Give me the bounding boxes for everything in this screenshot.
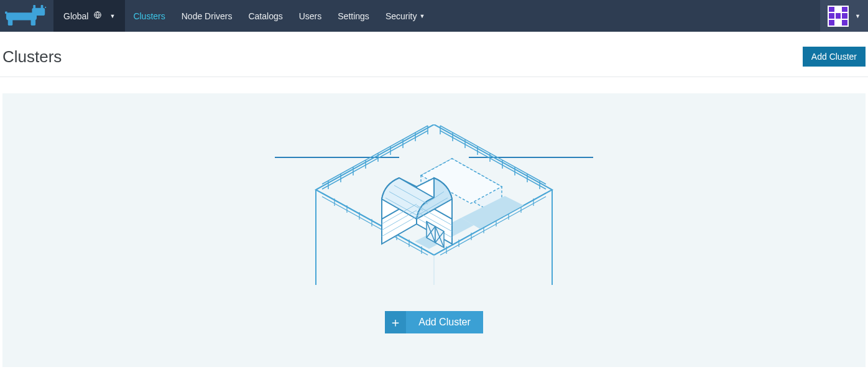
user-menu[interactable]: ▼ xyxy=(820,0,868,32)
button-label: Add Cluster xyxy=(811,52,857,62)
svg-rect-4 xyxy=(31,19,36,25)
nav-item-label: Node Drivers xyxy=(182,11,233,21)
nav-item-label: Users xyxy=(299,11,322,21)
nav-item-catalogs[interactable]: Catalogs xyxy=(240,0,290,32)
nav-item-label: Settings xyxy=(338,11,369,21)
svg-rect-6 xyxy=(5,11,7,14)
empty-state: ＋ Add Cluster xyxy=(2,93,866,367)
chevron-down-icon: ▼ xyxy=(109,13,115,19)
top-nav: Global ▼ Clusters Node Drivers Catalogs … xyxy=(0,0,868,32)
plus-icon: ＋ xyxy=(385,311,406,333)
add-cluster-button[interactable]: Add Cluster xyxy=(803,47,866,67)
svg-rect-5 xyxy=(8,19,13,25)
button-label: Add Cluster xyxy=(406,311,483,333)
context-label: Global xyxy=(63,11,88,21)
brand-logo[interactable] xyxy=(2,0,53,32)
empty-state-illustration xyxy=(275,124,593,286)
nav-item-label: Security xyxy=(386,11,417,21)
nav-item-label: Clusters xyxy=(133,11,165,21)
nav-item-security[interactable]: Security ▼ xyxy=(377,0,433,32)
nav-item-node-drivers[interactable]: Node Drivers xyxy=(173,0,241,32)
nav-item-label: Catalogs xyxy=(248,11,282,21)
rancher-cow-icon xyxy=(5,4,47,28)
page-title: Clusters xyxy=(2,47,62,67)
nav-item-settings[interactable]: Settings xyxy=(330,0,377,32)
chevron-down-icon: ▼ xyxy=(855,13,861,19)
page-header: Clusters Add Cluster xyxy=(0,32,868,77)
globe-icon xyxy=(93,11,102,21)
avatar xyxy=(828,6,849,27)
context-switcher[interactable]: Global ▼ xyxy=(53,0,125,32)
nav-item-users[interactable]: Users xyxy=(291,0,330,32)
nav-spacer xyxy=(433,0,820,32)
nav-item-clusters[interactable]: Clusters xyxy=(125,0,173,32)
chevron-down-icon: ▼ xyxy=(419,13,425,19)
svg-point-7 xyxy=(45,6,46,7)
add-cluster-button-large[interactable]: ＋ Add Cluster xyxy=(385,311,483,333)
